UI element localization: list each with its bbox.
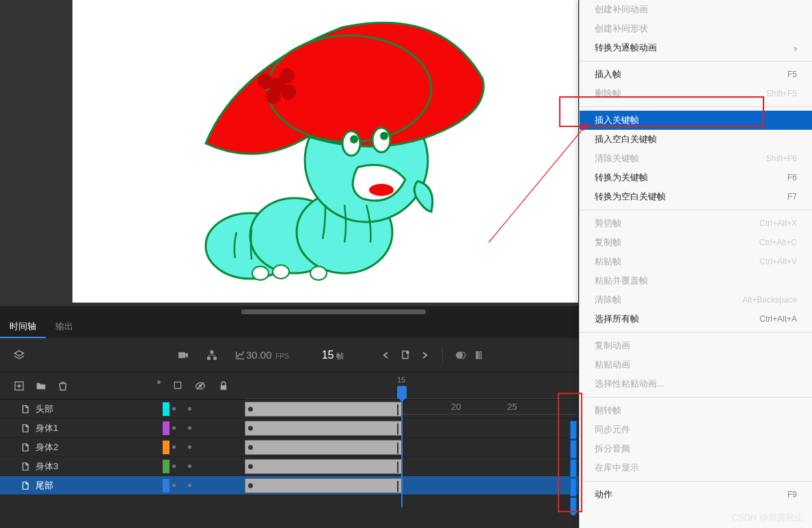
menu-label: 转换为空白关键帧 xyxy=(595,191,666,203)
keyframe-end[interactable] xyxy=(397,423,398,434)
layer-row[interactable]: 身体1 xyxy=(0,419,578,438)
svg-rect-20 xyxy=(207,357,210,359)
menu-label: 删除帧 xyxy=(595,87,621,100)
layer-color-chip[interactable] xyxy=(163,460,170,473)
layer-row[interactable]: 身体3 xyxy=(0,457,578,476)
layer-row[interactable]: 尾部 xyxy=(0,476,578,495)
menu-label: 翻转帧 xyxy=(595,404,621,417)
page-icon xyxy=(21,481,30,490)
layer-color-chip[interactable] xyxy=(163,441,170,454)
highlight-dot-icon[interactable] xyxy=(157,380,161,384)
svg-point-7 xyxy=(280,68,295,83)
keyframe-start[interactable] xyxy=(248,407,253,412)
menu-label: 动作 xyxy=(595,488,612,501)
svg-point-15 xyxy=(252,266,269,280)
current-frame[interactable]: 15 xyxy=(322,349,334,361)
frame-span[interactable] xyxy=(245,440,402,455)
svg-point-23 xyxy=(407,351,409,354)
svg-point-9 xyxy=(266,89,281,104)
menu-item: 清除关键帧Shift+F6 xyxy=(580,149,812,168)
menu-label: 粘贴动画 xyxy=(595,359,630,371)
hierarchy-icon[interactable] xyxy=(206,350,217,361)
menu-item[interactable]: 转换为逐帧动画› xyxy=(580,38,812,57)
keyframe-start[interactable] xyxy=(248,464,253,469)
keyframe-end[interactable] xyxy=(397,404,398,415)
menu-item: 在库中显示 xyxy=(580,458,812,477)
layer-color-chip[interactable] xyxy=(163,421,170,435)
tab-timeline[interactable]: 时间轴 xyxy=(0,316,46,338)
keyframe-marker-icon[interactable] xyxy=(400,350,411,361)
layer-row[interactable]: 身体2 xyxy=(0,438,578,457)
menu-shortcut: F7 xyxy=(787,192,797,202)
menu-label: 插入帧 xyxy=(595,68,621,81)
svg-point-13 xyxy=(380,132,388,140)
svg-rect-18 xyxy=(178,352,185,358)
frame-span[interactable] xyxy=(245,402,402,417)
frame-span[interactable] xyxy=(245,478,402,493)
svg-rect-32 xyxy=(221,385,226,389)
tab-output[interactable]: 输出 xyxy=(46,316,83,338)
folder-icon[interactable] xyxy=(36,380,46,391)
menu-shortcut: F5 xyxy=(787,70,797,79)
next-icon[interactable] xyxy=(419,350,430,361)
menu-label: 插入关键帧 xyxy=(595,114,639,126)
keyframe-start[interactable] xyxy=(248,426,253,431)
layers-icon[interactable] xyxy=(14,350,25,361)
svg-rect-29 xyxy=(174,382,180,388)
visibility-icon[interactable] xyxy=(195,380,206,391)
fps-value[interactable]: 30.00 xyxy=(246,349,272,361)
panel-tabs: 时间轴 输出 xyxy=(0,316,83,338)
menu-label: 复制动画 xyxy=(595,339,630,352)
menu-item: 复制动画 xyxy=(580,336,812,355)
stage-canvas[interactable] xyxy=(72,0,578,303)
lock-icon[interactable] xyxy=(218,380,229,391)
add-layer-icon[interactable] xyxy=(14,380,25,391)
camera-icon[interactable] xyxy=(178,350,189,361)
frame-span[interactable] xyxy=(245,459,402,474)
menu-shortcut: Ctrl+Alt+V xyxy=(759,257,797,266)
columns-icon[interactable] xyxy=(474,350,485,361)
menu-label: 插入空白关键帧 xyxy=(595,133,657,145)
layer-color-chip[interactable] xyxy=(163,479,170,492)
menu-item[interactable]: 转换为关键帧F6 xyxy=(580,168,812,187)
layers-list: 头部 身体1 身体2 xyxy=(0,400,578,495)
menu-item: 剪切帧Ctrl+Alt+X xyxy=(580,214,812,233)
menu-shortcut: Alt+Backspace xyxy=(742,295,797,305)
layer-row[interactable]: 头部 xyxy=(0,400,578,419)
keyframe-end[interactable] xyxy=(397,462,398,473)
keyframe-end[interactable] xyxy=(397,443,398,454)
menu-item[interactable]: 转换为空白关键帧F7 xyxy=(580,187,812,206)
menu-item: 粘贴并覆盖帧 xyxy=(580,271,812,290)
menu-item[interactable]: 动作F9 xyxy=(580,485,812,504)
trash-icon[interactable] xyxy=(57,380,68,391)
menu-item[interactable]: 插入关键帧 xyxy=(580,111,812,130)
frame-span[interactable] xyxy=(245,421,402,436)
onion-icon[interactable] xyxy=(455,350,466,361)
graph-icon[interactable] xyxy=(235,350,246,361)
svg-point-17 xyxy=(273,265,289,279)
menu-item: 创建补间形状 xyxy=(580,19,812,38)
menu-item[interactable]: 选择所有帧Ctrl+Alt+A xyxy=(580,309,812,329)
keyframe-start[interactable] xyxy=(248,445,253,450)
layer-name: 身体2 xyxy=(36,441,58,454)
svg-point-11 xyxy=(373,128,390,152)
keyframe-start[interactable] xyxy=(248,484,253,488)
timeline-panel: 30.00 FPS 15帧 5 10 20 25 15 xyxy=(0,338,578,528)
svg-rect-21 xyxy=(214,357,217,359)
svg-rect-19 xyxy=(211,350,213,353)
menu-shortcut: F6 xyxy=(787,173,797,182)
menu-label: 复制帧 xyxy=(595,236,621,249)
svg-point-12 xyxy=(350,135,358,143)
menu-item: 清除帧Alt+Backspace xyxy=(580,290,812,309)
prev-icon[interactable] xyxy=(381,350,392,361)
outline-icon[interactable] xyxy=(173,380,182,390)
canvas-scroll-h[interactable] xyxy=(241,309,426,314)
watermark: CSDN @雨翼轻尘 xyxy=(731,512,804,524)
keyframe-end[interactable] xyxy=(397,481,398,492)
insert-frame-indicators xyxy=(570,421,577,516)
menu-item[interactable]: 插入空白关键帧 xyxy=(580,130,812,149)
menu-shortcut: Shift+F6 xyxy=(766,154,797,163)
menu-item[interactable]: 插入帧F5 xyxy=(580,65,812,84)
menu-shortcut: Ctrl+Alt+X xyxy=(759,219,797,228)
layer-color-chip[interactable] xyxy=(163,402,170,416)
